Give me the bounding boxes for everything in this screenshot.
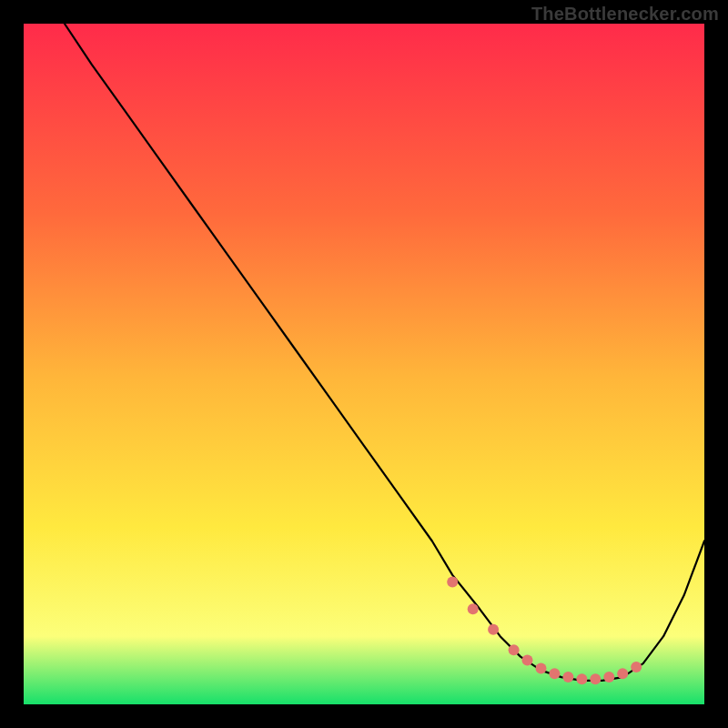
chart-stage: TheBottlenecker.com: [0, 0, 728, 728]
marker-dot: [631, 662, 642, 672]
marker-dot: [576, 673, 587, 684]
marker-dot: [488, 624, 499, 635]
marker-dot: [536, 662, 547, 673]
marker-dot: [509, 644, 520, 655]
marker-dot: [549, 668, 560, 679]
marker-dot: [468, 603, 479, 614]
marker-dot: [590, 673, 601, 684]
marker-dot: [603, 672, 614, 682]
marker-dot: [447, 576, 458, 587]
chart-svg: [24, 24, 704, 704]
plot-area: [24, 24, 704, 704]
marker-dot: [522, 654, 533, 665]
marker-dot: [562, 672, 573, 682]
gradient-background: [24, 24, 704, 704]
watermark-text: TheBottlenecker.com: [531, 4, 719, 25]
marker-dot: [617, 668, 628, 679]
